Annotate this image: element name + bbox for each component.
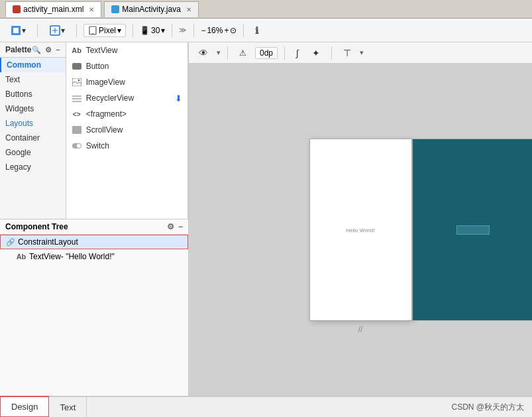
sparkle-btn[interactable]: ✦ xyxy=(307,46,325,60)
title-bar: activity_main.xml ✕ MainActivity.java ✕ xyxy=(0,0,532,19)
top-toolbar: ▾ ▾ Pixel▾ 📱 30▾ ≫ − 16% + ⊙ ℹ xyxy=(0,19,532,42)
fragment-icon: <> xyxy=(72,109,82,119)
tab-design[interactable]: Design xyxy=(0,396,49,417)
palette-item-imageview[interactable]: ImageView xyxy=(66,74,187,90)
svg-point-15 xyxy=(76,144,81,149)
textview-tree-icon: Ab xyxy=(16,251,27,262)
minimize-icon[interactable]: − xyxy=(56,46,60,54)
java-file-icon xyxy=(111,5,119,13)
sep2 xyxy=(76,24,77,37)
sep9 xyxy=(331,46,332,60)
sep8 xyxy=(284,46,285,60)
tab-text[interactable]: Text xyxy=(49,397,87,417)
tree-settings-icon[interactable]: ⚙ xyxy=(167,222,174,231)
design-view-btn[interactable]: ▾ xyxy=(5,23,30,38)
category-container[interactable]: Container xyxy=(0,131,66,145)
settings-icon[interactable]: ⚙ xyxy=(45,46,52,54)
palette-item-label-fragment: <fragment> xyxy=(86,109,127,119)
tab-label-java: MainActivity.java xyxy=(122,5,180,14)
category-widgets[interactable]: Widgets xyxy=(0,101,66,116)
device-frames: Hello World! // xyxy=(309,139,412,321)
tab-activity-main-xml[interactable]: activity_main.xml ✕ xyxy=(5,1,101,17)
palette-item-button[interactable]: Button xyxy=(66,58,187,74)
tab-text-label: Text xyxy=(60,402,76,412)
palette-item-textview[interactable]: Ab TextView xyxy=(66,42,187,58)
animate-btn[interactable]: ∫ xyxy=(292,46,303,60)
palette-item-fragment[interactable]: <> <fragment> xyxy=(66,106,187,122)
imageview-icon xyxy=(72,77,82,88)
sep4 xyxy=(172,24,172,37)
device-frame-light: Hello World! xyxy=(309,139,412,321)
tree-item-constraintlayout[interactable]: 🔗 ConstraintLayout xyxy=(0,235,188,249)
dp-value: 0dp xyxy=(260,48,273,58)
api-level: 30 xyxy=(151,26,160,35)
palette-items-panel: Ab TextView Button ImageView xyxy=(66,42,188,219)
tree-header-icons: ⚙ − xyxy=(167,222,183,231)
tree-item-label-textview: TextView- "Hello World!" xyxy=(29,252,115,261)
align-btn[interactable]: ⊤ xyxy=(339,46,356,60)
svg-point-9 xyxy=(78,80,80,82)
zoom-controls: − 16% + ⊙ xyxy=(201,26,237,35)
close-icon-xml[interactable]: ✕ xyxy=(89,6,94,13)
eye-btn[interactable]: 👁 xyxy=(194,46,213,60)
download-icon[interactable]: ⬇ xyxy=(175,93,182,103)
sep3 xyxy=(133,24,133,37)
sep1 xyxy=(37,24,38,37)
category-layouts[interactable]: Layouts xyxy=(0,116,66,131)
category-text[interactable]: Text xyxy=(0,72,66,87)
sep7 xyxy=(227,46,228,60)
error-btn[interactable]: ⚠ xyxy=(235,46,251,60)
tree-item-textview[interactable]: Ab TextView- "Hello World!" xyxy=(0,249,188,264)
content-area: Palette 🔍 ⚙ − Common Text Buttons Widget… xyxy=(0,42,532,396)
blueprint-btn[interactable]: ▾ xyxy=(44,23,70,38)
palette-item-scrollview[interactable]: ScrollView xyxy=(66,122,187,138)
close-icon-java[interactable]: ✕ xyxy=(186,6,191,13)
device-label: Pixel xyxy=(99,26,116,35)
constraint-layout-icon: 🔗 xyxy=(6,237,15,247)
palette-item-switch[interactable]: Switch xyxy=(66,138,187,154)
zoom-plus-icon[interactable]: + xyxy=(224,26,229,35)
scrollview-icon xyxy=(72,125,82,135)
resize-handle[interactable]: // xyxy=(358,325,363,334)
recyclerview-icon xyxy=(72,93,82,103)
zoom-minus-icon[interactable]: − xyxy=(201,26,205,35)
switch-icon xyxy=(72,141,82,151)
status-bar: CSDN @秋天的方太 xyxy=(451,397,532,417)
device-selector[interactable]: Pixel▾ xyxy=(83,24,126,37)
bottom-tabs: Design Text CSDN @秋天的方太 xyxy=(0,396,532,417)
info-btn[interactable]: ℹ xyxy=(250,23,263,38)
svg-rect-7 xyxy=(72,63,81,70)
zoom-fit-icon[interactable]: ⊙ xyxy=(230,26,237,35)
view-toggle-section: ▾ xyxy=(5,23,30,38)
canvas-wrapper: Hello World! // xyxy=(189,64,532,396)
category-common[interactable]: Common xyxy=(0,58,66,72)
tree-minimize-icon[interactable]: − xyxy=(178,222,183,231)
left-panel: Palette 🔍 ⚙ − Common Text Buttons Widget… xyxy=(0,42,189,396)
category-legacy[interactable]: Legacy xyxy=(0,160,66,174)
category-google[interactable]: Google xyxy=(0,145,66,160)
svg-rect-13 xyxy=(72,126,81,134)
palette-item-label-textview: TextView xyxy=(86,46,118,55)
tree-title: Component Tree xyxy=(5,222,68,231)
palette-item-label-button: Button xyxy=(86,62,109,71)
second-toolbar: 👁 ▾ ⚠ 0dp ∫ ✦ ⊤ ▾ xyxy=(189,42,532,64)
sep5 xyxy=(193,24,194,37)
device-frame-dark xyxy=(412,139,533,321)
palette-header-icons: 🔍 ⚙ − xyxy=(32,46,60,54)
api-icon: 📱 xyxy=(140,26,150,35)
dp-input[interactable]: 0dp xyxy=(255,47,278,59)
tab-mainactivity-java[interactable]: MainActivity.java ✕ xyxy=(104,1,198,17)
tab-label-xml: activity_main.xml xyxy=(23,5,83,14)
palette-categories: Common Text Buttons Widgets Layouts Cont… xyxy=(0,58,66,219)
device-dark-button xyxy=(456,225,490,235)
component-tree-panel: Component Tree ⚙ − 🔗 ConstraintLayout Ab… xyxy=(0,219,189,396)
svg-rect-1 xyxy=(13,28,19,33)
palette-item-label-imageview: ImageView xyxy=(86,78,125,87)
design-canvas-area: 👁 ▾ ⚠ 0dp ∫ ✦ ⊤ ▾ Hello World! xyxy=(189,42,532,396)
palette-item-recyclerview[interactable]: RecyclerView ⬇ xyxy=(66,90,187,106)
category-buttons[interactable]: Buttons xyxy=(0,87,66,101)
search-icon[interactable]: 🔍 xyxy=(32,46,41,54)
sep6 xyxy=(243,24,244,37)
button-icon xyxy=(72,61,82,72)
tree-item-label-constraintlayout: ConstraintLayout xyxy=(18,237,78,247)
